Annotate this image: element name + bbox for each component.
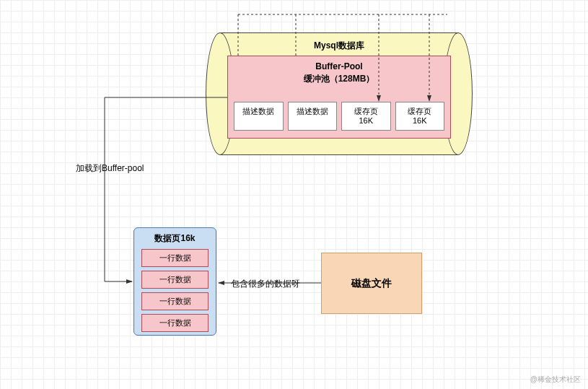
- cache-page-1-line2: 16K: [359, 116, 373, 125]
- data-row-1: 一行数据: [141, 249, 209, 267]
- buffer-pool-items: 描述数据 描述数据 缓存页 16K 缓存页 16K: [234, 102, 444, 131]
- data-row-3: 一行数据: [141, 292, 209, 310]
- cache-page-box-1: 缓存页 16K: [341, 102, 391, 131]
- data-page-box: 数据页16k 一行数据 一行数据 一行数据 一行数据: [133, 227, 216, 336]
- buffer-pool-title-line1: Buffer-Pool: [315, 61, 362, 71]
- cache-page-box-2: 缓存页 16K: [395, 102, 445, 131]
- buffer-pool-title-line2: 缓冲池（128MB）: [304, 74, 375, 84]
- cache-page-1-line1: 缓存页: [354, 107, 378, 115]
- data-page-title: 数据页16k: [139, 232, 211, 245]
- desc-data-box-2: 描述数据: [288, 102, 338, 131]
- contains-pages-label: 包含很多的数据呀: [231, 278, 300, 290]
- watermark-text: @稀金技术社区: [530, 375, 581, 385]
- data-row-4: 一行数据: [141, 314, 209, 332]
- database-title: Mysql数据库: [314, 40, 364, 52]
- mysql-database-cylinder: Mysql数据库 Buffer-Pool 缓冲池（128MB） 描述数据 描述数…: [206, 32, 473, 155]
- load-to-buffer-label: 加载到Buffer-pool: [76, 162, 144, 175]
- disk-file-label: 磁盘文件: [351, 277, 392, 290]
- disk-file-box: 磁盘文件: [321, 253, 422, 314]
- cache-page-2-line1: 缓存页: [408, 107, 431, 115]
- desc-data-box-1: 描述数据: [234, 102, 284, 131]
- data-row-2: 一行数据: [141, 271, 209, 289]
- buffer-pool-title: Buffer-Pool 缓冲池（128MB）: [228, 61, 450, 85]
- cache-page-2-line2: 16K: [413, 116, 427, 125]
- buffer-pool-box: Buffer-Pool 缓冲池（128MB） 描述数据 描述数据 缓存页 16K…: [227, 56, 451, 139]
